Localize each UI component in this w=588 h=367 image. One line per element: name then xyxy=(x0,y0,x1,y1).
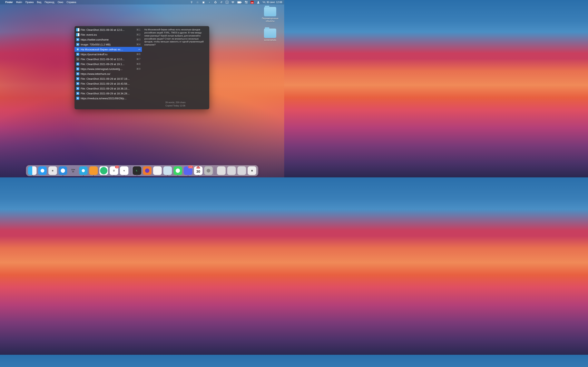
screen-mirror-icon[interactable]: ⏍ xyxy=(196,1,199,4)
dock-calendar[interactable]: СЕН30 xyxy=(69,166,77,175)
wifi-icon[interactable] xyxy=(231,1,234,4)
safari-icon xyxy=(76,62,79,66)
dock-app-store[interactable] xyxy=(38,166,47,175)
safari-icon xyxy=(76,53,79,56)
menu-help[interactable]: Справка xyxy=(67,1,76,4)
safari-icon xyxy=(76,43,79,46)
clipboard-item[interactable]: File: event.ics⌘2 xyxy=(75,32,142,37)
svg-point-7 xyxy=(258,1,259,2)
menu-window[interactable]: Окно xyxy=(58,1,63,4)
calendar-menubar-icon[interactable]: 30 xyxy=(251,1,254,4)
folder-icon xyxy=(264,29,276,38)
gear-icon: ⚙ xyxy=(76,58,79,61)
menu-file[interactable]: Файл xyxy=(16,1,22,4)
clipboard-preview-text: На Московской бирже сейчас есть нескольк… xyxy=(144,28,207,46)
clipboard-item-shortcut: ⌘1 xyxy=(136,28,141,31)
clipboard-item[interactable]: https://meduza.io/news/2021/09/29/p… xyxy=(75,96,142,101)
safari-icon xyxy=(76,82,79,85)
safari-icon xyxy=(76,87,79,90)
clipboard-item-label: Image: 735x550 (1.2 MB) xyxy=(81,43,135,46)
pip-icon[interactable]: ▣ xyxy=(202,1,205,4)
clipboard-history-panel: File: CleanShot 2021-09-30 at 12.0…⌘1Fil… xyxy=(75,26,209,109)
clipboard-item-shortcut: ⌘7 xyxy=(136,58,141,60)
power-icon[interactable]: ⏻ xyxy=(214,1,217,4)
key-icon[interactable]: ⚲ xyxy=(190,1,193,4)
battery-icon[interactable] xyxy=(237,1,242,4)
dock-messages[interactable] xyxy=(173,166,182,175)
safari-icon xyxy=(76,92,79,95)
safari-icon xyxy=(76,72,79,75)
clipboard-item[interactable]: https://twitter.com/home⌘3 xyxy=(75,37,142,42)
dock-grammarly[interactable] xyxy=(99,166,108,175)
menu-go[interactable]: Переход xyxy=(44,1,54,4)
clipboard-item-label: На Московской бирже сейчас ес… xyxy=(81,48,137,51)
clipboard-item-shortcut: ⌘4 xyxy=(136,43,141,46)
dock-notion[interactable]: N xyxy=(120,166,129,175)
clipboard-item[interactable]: ⚙File: CleanShot 2021-09-30 at 12.0…⌘7 xyxy=(75,57,142,62)
clipboard-item[interactable]: https://www.letterhunt.co/ xyxy=(75,71,142,76)
finder-icon xyxy=(76,28,79,31)
menubar: Finder Файл Правка Вид Переход Окно Спра… xyxy=(0,0,284,4)
dock-iterm[interactable]: $_ xyxy=(133,166,141,175)
dock-launchpad[interactable]: ⊞ xyxy=(48,166,57,175)
dock-trash[interactable]: 🗑 xyxy=(248,166,256,175)
clipboard-item-label: https://meduza.io/news/2021/09/29/p… xyxy=(81,97,139,100)
clipboard-item-label: File: CleanShot 2021-09-29 at 18.34.28… xyxy=(81,92,139,95)
clipboard-item-shortcut: ↩ xyxy=(138,48,141,51)
user-icon[interactable] xyxy=(257,1,260,4)
app-menu[interactable]: Finder xyxy=(5,1,13,4)
clipboard-item-label: File: event.ics xyxy=(81,33,135,36)
dock-discord[interactable]: 110 xyxy=(184,166,192,175)
dock-things[interactable]: ☑12 xyxy=(110,166,118,175)
svg-rect-2 xyxy=(241,2,242,3)
dock-fantastical[interactable]: СЕНТ.30 xyxy=(194,166,203,175)
time-machine-icon[interactable]: ↺ xyxy=(220,1,223,4)
dock-preview[interactable] xyxy=(163,166,172,175)
dock-downloads[interactable] xyxy=(217,166,226,175)
menu-edit[interactable]: Правка xyxy=(25,1,34,4)
safari-icon xyxy=(76,77,79,80)
clipboard-item[interactable]: File: CleanShot 2021-09-29 at 18.36.15… xyxy=(75,86,142,91)
back-icon[interactable]: ‹ xyxy=(208,1,211,4)
dock-firefox[interactable] xyxy=(143,166,151,175)
desktop-folder-screenshots[interactable]: screenshots xyxy=(264,29,276,42)
clipboard-item[interactable]: https://www.zelenograd.ru/otvet/g…⌘9 xyxy=(75,67,142,71)
clipboard-item[interactable]: File: CleanShot 2021-09-30 at 12.0…⌘1 xyxy=(75,27,142,32)
clipboard-item[interactable]: File: CleanShot 2021-09-29 at 18.34.28… xyxy=(75,91,142,96)
dock-system-preferences[interactable] xyxy=(204,166,213,175)
calendar-month-label: СЕН xyxy=(71,169,75,171)
dock-recent-stack-1[interactable] xyxy=(227,166,236,175)
dock-sublime-text[interactable] xyxy=(89,166,98,175)
clipboard-item[interactable]: File: CleanShot 2021-09-29 at 18.43.58… xyxy=(75,81,142,86)
clipboard-item-label: File: CleanShot 2021-09-29 at 18.57.19… xyxy=(81,77,139,80)
calendar-day-label: 30 xyxy=(72,171,74,173)
dock-vlc[interactable] xyxy=(153,166,162,175)
clipboard-item[interactable]: Image: 735x550 (1.2 MB)⌘4 xyxy=(75,42,142,47)
calendar-month-label: СЕНТ. xyxy=(196,166,200,168)
clipboard-item[interactable]: https://journal.tinkoff.ru⌘6 xyxy=(75,52,142,57)
dock-telegram[interactable] xyxy=(79,166,87,175)
svg-rect-1 xyxy=(238,2,241,3)
safari-icon xyxy=(76,67,79,71)
dock-finder[interactable] xyxy=(28,166,36,175)
safari-icon xyxy=(76,48,79,51)
clipboard-item-label: https://journal.tinkoff.ru xyxy=(81,53,135,56)
input-source-icon[interactable]: A xyxy=(226,1,228,4)
clipboard-item-shortcut: ⌘2 xyxy=(136,33,141,36)
clipboard-item[interactable]: На Московской бирже сейчас ес…↩ xyxy=(75,47,142,52)
clipboard-item-shortcut: ⌘3 xyxy=(136,38,141,41)
control-center-icon[interactable] xyxy=(245,1,248,4)
clipboard-item[interactable]: File: CleanShot 2021-09-29 at 19.1…⌘8 xyxy=(75,62,142,67)
menubar-clock[interactable]: Чт, 30 сент. 12:08 xyxy=(263,1,282,4)
dock-safari[interactable] xyxy=(59,166,67,175)
calendar-day-label: 30 xyxy=(196,168,200,175)
clipboard-item-label: File: CleanShot 2021-09-30 at 12.0… xyxy=(81,58,135,61)
clipboard-list[interactable]: File: CleanShot 2021-09-30 at 12.0…⌘1Fil… xyxy=(75,26,142,109)
clipboard-item-shortcut: ⌘6 xyxy=(136,53,141,56)
menu-view[interactable]: Вид xyxy=(37,1,42,4)
desktop-folder-relocated[interactable]: Перемещенные объекты xyxy=(260,7,280,22)
clipboard-item[interactable]: File: CleanShot 2021-09-29 at 18.57.19… xyxy=(75,76,142,81)
desktop-folder-label: screenshots xyxy=(264,39,276,42)
clipboard-item-label: File: CleanShot 2021-09-30 at 12.0… xyxy=(81,28,135,31)
dock-recent-stack-2[interactable] xyxy=(237,166,246,175)
